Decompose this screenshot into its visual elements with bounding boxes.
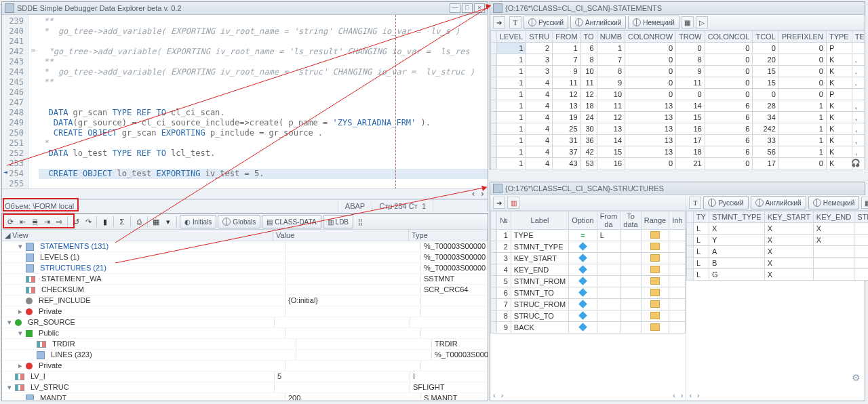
col-head[interactable]: NUMB xyxy=(597,31,625,43)
tree-row[interactable]: ▾ Public xyxy=(2,328,488,339)
tree-row[interactable]: LINES (323)%_T00003S00000 xyxy=(2,350,488,361)
step-icon[interactable]: ↷ xyxy=(83,216,94,227)
cell[interactable]: 0 xyxy=(705,66,753,77)
cell[interactable]: 20 xyxy=(753,54,778,66)
cell[interactable]: 0 xyxy=(676,43,705,54)
cell[interactable] xyxy=(641,264,669,276)
col-head[interactable]: TCOL xyxy=(753,31,778,43)
structures-right-grid[interactable]: TYSTMNT_TYPEKEY_STARTKEY_ENDSTMNT_LXXXLY… xyxy=(686,211,868,281)
tree-row[interactable]: STRUCTURES (21)%_T00003S00000 xyxy=(2,263,488,274)
go-icon[interactable]: ➔ xyxy=(493,16,505,28)
cell[interactable]: K xyxy=(826,146,852,158)
folder-icon[interactable] xyxy=(650,243,660,250)
cell[interactable] xyxy=(569,241,597,253)
cell[interactable]: 4 xyxy=(526,135,553,146)
extra-icon[interactable]: ¦¦ xyxy=(355,216,366,227)
cell[interactable]: KEY_START xyxy=(511,253,568,264)
cell[interactable]: 11 xyxy=(580,77,597,89)
cell[interactable]: . xyxy=(852,66,865,77)
cell[interactable] xyxy=(854,269,868,281)
cell[interactable] xyxy=(852,89,865,100)
cell[interactable]: 4 xyxy=(526,158,553,169)
cell[interactable] xyxy=(597,299,620,310)
cell[interactable] xyxy=(641,299,669,310)
cell[interactable]: 16 xyxy=(597,158,625,169)
cell[interactable]: , xyxy=(852,146,865,158)
cell[interactable]: 37 xyxy=(553,146,580,158)
cell[interactable]: 12 xyxy=(580,89,597,100)
cell[interactable]: 12 xyxy=(553,89,580,100)
cell[interactable] xyxy=(569,253,597,264)
cell[interactable] xyxy=(854,246,868,258)
cell[interactable]: 0 xyxy=(625,89,676,100)
cell[interactable]: L xyxy=(693,223,709,235)
cell[interactable] xyxy=(569,322,597,334)
cell[interactable] xyxy=(569,299,597,310)
folder-icon[interactable] xyxy=(650,323,660,331)
cell[interactable] xyxy=(597,310,620,322)
cell[interactable]: 15 xyxy=(753,66,778,77)
cell[interactable]: 25 xyxy=(553,123,580,135)
cell[interactable]: 1 xyxy=(497,135,526,146)
cell[interactable]: 1 xyxy=(597,43,625,54)
col-head[interactable]: KEY_END xyxy=(813,211,854,223)
cell[interactable]: X xyxy=(813,235,854,246)
cell[interactable]: STMNT_TYPE xyxy=(511,241,568,253)
cell[interactable]: P xyxy=(826,43,852,54)
cell[interactable]: 4 xyxy=(526,77,553,89)
settings-icon[interactable]: ⚙ xyxy=(852,372,861,383)
cell[interactable]: 0 xyxy=(705,89,753,100)
expand-toggle[interactable] xyxy=(17,263,24,273)
cell[interactable]: 0 xyxy=(778,89,826,100)
cell[interactable]: 4 xyxy=(497,264,511,276)
cell[interactable]: 6 xyxy=(705,100,753,112)
cell[interactable]: 0 xyxy=(753,89,778,100)
cell[interactable]: 24 xyxy=(580,112,597,123)
cell[interactable]: 0 xyxy=(676,89,705,100)
cell[interactable]: X xyxy=(764,269,813,281)
statements-grid[interactable]: LEVELSTRUFROMTONUMBCOLONROWTROWCOLONCOLT… xyxy=(490,31,865,170)
cell[interactable]: X xyxy=(764,246,813,258)
structures-right-scroll[interactable]: ‹›‹› xyxy=(686,389,868,401)
cell[interactable]: 4 xyxy=(526,100,553,112)
cell[interactable]: K xyxy=(826,158,852,169)
cell[interactable]: 54 xyxy=(553,169,580,171)
table-icon[interactable]: ▦ xyxy=(861,197,868,209)
cell[interactable] xyxy=(597,287,620,299)
statements-grid-wrap[interactable]: LEVELSTRUFROMTONUMBCOLONROWTROWCOLONCOLT… xyxy=(490,31,865,170)
cell[interactable]: 0 xyxy=(625,77,676,89)
initials-button[interactable]: ◐Initials xyxy=(180,215,216,228)
folder-icon[interactable] xyxy=(650,300,660,308)
cell[interactable] xyxy=(669,276,686,287)
cell[interactable]: X xyxy=(764,235,813,246)
cell[interactable]: K xyxy=(826,77,852,89)
minimize-button[interactable]: — xyxy=(450,3,460,13)
cell[interactable]: 0 xyxy=(625,66,676,77)
expand-toggle[interactable] xyxy=(6,371,13,382)
col-head[interactable]: From da xyxy=(597,211,620,230)
cell[interactable] xyxy=(597,241,620,253)
grid-icon[interactable]: ▦ xyxy=(151,216,161,227)
cell[interactable]: 0 xyxy=(778,169,826,171)
cell[interactable]: 4 xyxy=(526,112,553,123)
cell[interactable]: 6 xyxy=(705,135,753,146)
cell[interactable]: 1 xyxy=(497,158,526,169)
tree-row[interactable]: ▸ Private xyxy=(2,361,488,371)
col-head[interactable]: TO xyxy=(580,31,597,43)
expand-toggle[interactable] xyxy=(17,285,24,295)
cell[interactable]: 9 xyxy=(676,66,705,77)
cell[interactable] xyxy=(854,235,868,246)
cell[interactable]: 0 xyxy=(625,54,676,66)
cell[interactable] xyxy=(620,276,641,287)
cell[interactable]: 13 xyxy=(597,123,625,135)
cell[interactable]: 0 xyxy=(705,43,753,54)
cell[interactable]: STRUC_TO xyxy=(511,310,568,322)
cell[interactable]: 7 xyxy=(597,54,625,66)
cell[interactable]: 0 xyxy=(778,158,826,169)
text-icon[interactable]: T xyxy=(509,16,521,28)
cell[interactable]: 6 xyxy=(705,146,753,158)
cell[interactable] xyxy=(569,287,597,299)
folder-icon[interactable] xyxy=(650,254,660,262)
expand-toggle[interactable] xyxy=(17,274,24,284)
cell[interactable]: 18 xyxy=(676,146,705,158)
